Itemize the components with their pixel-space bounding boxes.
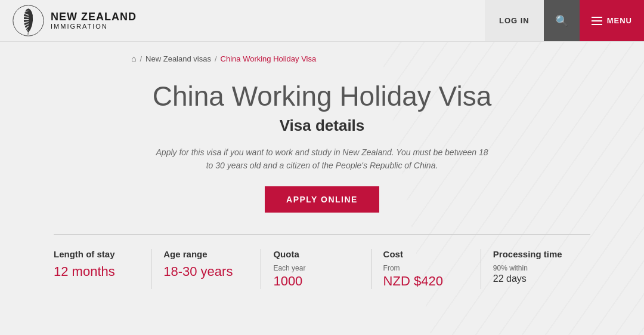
detail-sublabel-4: 90% within	[493, 264, 578, 272]
search-button[interactable]: 🔍	[544, 0, 580, 41]
detail-label-3: Cost	[383, 249, 469, 259]
detail-label-1: Age range	[163, 249, 249, 259]
breadcrumb-sep2: /	[215, 54, 217, 63]
detail-col-1: Age range18-30 years	[151, 249, 261, 289]
breadcrumb-link1[interactable]: New Zealand visas	[145, 54, 211, 63]
hamburger-icon	[592, 17, 602, 25]
menu-button[interactable]: MENU	[580, 0, 644, 41]
detail-label-4: Processing time	[493, 249, 578, 259]
detail-sublabel-3: From	[383, 264, 469, 272]
detail-value-3: NZD $420	[383, 273, 469, 289]
page-description: Apply for this visa if you want to work …	[155, 146, 489, 173]
logo-text: NEW ZEALAND IMMIGRATION	[51, 11, 137, 30]
header-nav: LOG IN 🔍 MENU	[485, 0, 644, 41]
svg-text:®: ®	[27, 32, 30, 36]
search-icon: 🔍	[555, 14, 568, 27]
menu-label: MENU	[607, 16, 632, 25]
detail-label-0: Length of stay	[54, 249, 139, 259]
detail-col-3: CostFromNZD $420	[371, 249, 481, 289]
detail-sublabel-2: Each year	[273, 264, 358, 272]
details-row: Length of stay12 monthsAge range18-30 ye…	[54, 234, 590, 289]
breadcrumb-sep1: /	[140, 54, 142, 63]
header: ® NEW ZEALAND IMMIGRATION LOG IN 🔍 MENU	[0, 0, 644, 42]
home-icon[interactable]: ⌂	[131, 54, 136, 63]
breadcrumb-current: China Working Holiday Visa	[221, 54, 317, 63]
apply-online-button[interactable]: APPLY ONLINE	[265, 186, 379, 213]
breadcrumb: ⌂ / New Zealand visas / China Working Ho…	[131, 54, 316, 63]
detail-value-2: 1000	[273, 273, 358, 289]
logo: ® NEW ZEALAND IMMIGRATION	[12, 4, 137, 37]
page-subtitle: Visa details	[280, 116, 365, 135]
detail-label-2: Quota	[273, 249, 358, 259]
detail-value-4: 22 days	[493, 273, 578, 284]
detail-value-0: 12 months	[54, 264, 139, 279]
logo-line1: NEW ZEALAND	[51, 11, 137, 23]
main-content: ⌂ / New Zealand visas / China Working Ho…	[0, 42, 644, 307]
page-title: China Working Holiday Visa	[153, 81, 491, 112]
logo-fern-icon: ®	[12, 4, 45, 37]
login-button[interactable]: LOG IN	[485, 0, 544, 41]
detail-value-1: 18-30 years	[163, 264, 249, 279]
detail-col-4: Processing time90% within22 days	[481, 249, 590, 289]
detail-col-0: Length of stay12 months	[54, 249, 151, 289]
detail-col-2: QuotaEach year1000	[261, 249, 371, 289]
logo-line2: IMMIGRATION	[51, 23, 137, 30]
